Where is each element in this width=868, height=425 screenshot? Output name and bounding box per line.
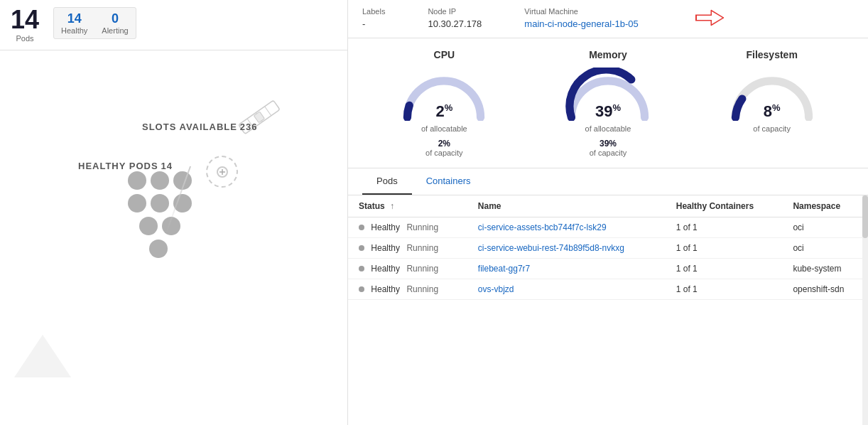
table-header-row: Status ↑ Name Healthy Containers Namespa… bbox=[348, 195, 868, 217]
running-text: Running bbox=[406, 284, 438, 294]
row-healthy-containers: 1 of 1 bbox=[666, 238, 783, 259]
memory-secondary-label: of capacity bbox=[590, 149, 627, 157]
row-namespace: kube-system bbox=[782, 259, 868, 279]
sort-arrow-icon: ↑ bbox=[390, 201, 394, 211]
healthy-count: 14 bbox=[67, 11, 82, 26]
pod-name-link[interactable]: ci-service-assets-bcb744f7c-lsk29 bbox=[478, 222, 607, 232]
row-healthy-containers: 1 of 1 bbox=[666, 259, 783, 279]
vm-info: Virtual Machine main-ci-node-general-1b-… bbox=[524, 7, 638, 29]
cpu-secondary: 2% of capacity bbox=[425, 139, 463, 157]
status-dot-icon bbox=[359, 286, 364, 292]
cpu-gauge-value: 2% bbox=[435, 102, 452, 121]
table-row: Healthy Running filebeat-gg7r7 1 of 1 ku… bbox=[348, 259, 868, 279]
pods-table-area: Status ↑ Name Healthy Containers Namespa… bbox=[348, 195, 868, 425]
pod-dot bbox=[151, 194, 169, 212]
status-dot-icon bbox=[359, 245, 364, 251]
svg-line-3 bbox=[265, 107, 271, 116]
gauges-area: CPU 2% of allocatable 2% of capacity M bbox=[348, 38, 868, 168]
status-text: Healthy bbox=[371, 284, 400, 294]
pods-header: 14 Pods 14 Healthy 0 Alerting bbox=[0, 0, 347, 50]
memory-percent: 39% bbox=[595, 102, 621, 120]
dashed-circle bbox=[206, 156, 238, 188]
status-dot-icon bbox=[359, 225, 364, 230]
filesystem-gauge: Filesystem 8% of capacity bbox=[701, 49, 843, 157]
alerting-label: Alerting bbox=[102, 26, 128, 35]
pod-dot bbox=[128, 171, 146, 190]
filesystem-gauge-container: 8% bbox=[722, 68, 822, 121]
row-name: filebeat-gg7r7 bbox=[467, 259, 666, 279]
pod-dot bbox=[151, 171, 169, 190]
table-row: Healthy Running ovs-vbjzd 1 of 1 openshi… bbox=[348, 279, 868, 300]
right-panel: Labels - Node IP 10.30.27.178 Virtual Ma… bbox=[348, 0, 868, 425]
healthy-label: Healthy bbox=[61, 26, 87, 35]
node-ip-info: Node IP 10.30.27.178 bbox=[428, 7, 482, 29]
cpu-percent: 2% bbox=[435, 102, 452, 120]
memory-primary-label: of allocatable bbox=[585, 124, 631, 133]
memory-gauge-value: 39% bbox=[595, 102, 621, 121]
running-text: Running bbox=[406, 243, 438, 253]
memory-secondary: 39% of capacity bbox=[590, 139, 627, 157]
row-healthy-containers: 1 of 1 bbox=[666, 279, 783, 300]
memory-gauge: Memory 39% of allocatable 39% of capacit… bbox=[537, 49, 679, 157]
pod-name-link[interactable]: filebeat-gg7r7 bbox=[478, 264, 530, 274]
pod-dot bbox=[149, 240, 168, 258]
scrollbar-track[interactable] bbox=[862, 195, 868, 425]
labels-info: Labels - bbox=[362, 7, 385, 29]
pods-label: Pods bbox=[16, 34, 33, 43]
slots-label: SLOTS AVAILABLE 236 bbox=[142, 122, 257, 132]
filesystem-gauge-value: 8% bbox=[764, 102, 781, 121]
running-text: Running bbox=[406, 222, 438, 232]
pod-name-link[interactable]: ci-service-webui-rest-74b89f5d8-nvkxg bbox=[478, 243, 624, 253]
table-row: Healthy Running ci-service-webui-rest-74… bbox=[348, 238, 868, 259]
cpu-gauge-container: 2% bbox=[394, 68, 494, 121]
col-namespace: Namespace bbox=[782, 195, 868, 217]
healthy-stat: 14 Healthy bbox=[61, 11, 87, 35]
tab-containers[interactable]: Containers bbox=[412, 168, 485, 195]
cpu-gauge: CPU 2% of allocatable 2% of capacity bbox=[373, 49, 515, 157]
filesystem-title: Filesystem bbox=[746, 49, 797, 60]
node-ip-label: Node IP bbox=[428, 7, 482, 16]
dashed-circle-inner bbox=[217, 166, 228, 178]
cpu-primary-label: of allocatable bbox=[421, 124, 467, 133]
row-healthy-containers: 1 of 1 bbox=[666, 217, 783, 238]
row-status: Healthy Running bbox=[348, 279, 467, 300]
pod-name-link[interactable]: ovs-vbjzd bbox=[478, 284, 514, 294]
node-info-bar: Labels - Node IP 10.30.27.178 Virtual Ma… bbox=[348, 0, 868, 38]
row-namespace: oci bbox=[782, 238, 868, 259]
vm-link[interactable]: main-ci-node-general-1b-05 bbox=[524, 18, 638, 29]
svg-marker-8 bbox=[697, 11, 722, 24]
alerting-stat: 0 Alerting bbox=[102, 11, 128, 35]
row-name: ovs-vbjzd bbox=[467, 279, 666, 300]
pod-dot bbox=[139, 217, 158, 235]
filesystem-percent: 8% bbox=[764, 102, 781, 120]
row-name: ci-service-assets-bcb744f7c-lsk29 bbox=[467, 217, 666, 238]
pods-count: 14 Pods bbox=[11, 7, 39, 43]
healthy-pods-count: 14 bbox=[161, 161, 172, 171]
row-name: ci-service-webui-rest-74b89f5d8-nvkxg bbox=[467, 238, 666, 259]
vm-label: Virtual Machine bbox=[524, 7, 638, 16]
table-body: Healthy Running ci-service-assets-bcb744… bbox=[348, 217, 868, 300]
row-namespace: oci bbox=[782, 217, 868, 238]
col-status: Status ↑ bbox=[348, 195, 467, 217]
red-arrow-indicator bbox=[695, 7, 724, 31]
pods-stats: 14 Healthy 0 Alerting bbox=[53, 7, 136, 39]
memory-secondary-val: 39% bbox=[590, 139, 627, 149]
status-dot-icon bbox=[359, 266, 364, 271]
cpu-title: CPU bbox=[434, 49, 455, 60]
labels-value: - bbox=[362, 18, 385, 29]
tabs-bar: Pods Containers bbox=[348, 168, 868, 195]
labels-label: Labels bbox=[362, 7, 385, 16]
col-healthy-containers: Healthy Containers bbox=[666, 195, 783, 217]
status-text: Healthy bbox=[371, 243, 400, 253]
scrollbar-thumb[interactable] bbox=[862, 195, 868, 238]
tab-pods[interactable]: Pods bbox=[362, 168, 412, 195]
row-status: Healthy Running bbox=[348, 217, 467, 238]
alerting-count: 0 bbox=[112, 11, 119, 26]
pods-table: Status ↑ Name Healthy Containers Namespa… bbox=[348, 195, 868, 300]
table-row: Healthy Running ci-service-assets-bcb744… bbox=[348, 217, 868, 238]
pencil-icon bbox=[232, 90, 292, 141]
row-status: Healthy Running bbox=[348, 259, 467, 279]
viz-area: SLOTS AVAILABLE 236 HEALTHY PODS 14 bbox=[0, 50, 347, 392]
pod-dot bbox=[128, 194, 146, 212]
slots-count: 236 bbox=[240, 122, 258, 132]
